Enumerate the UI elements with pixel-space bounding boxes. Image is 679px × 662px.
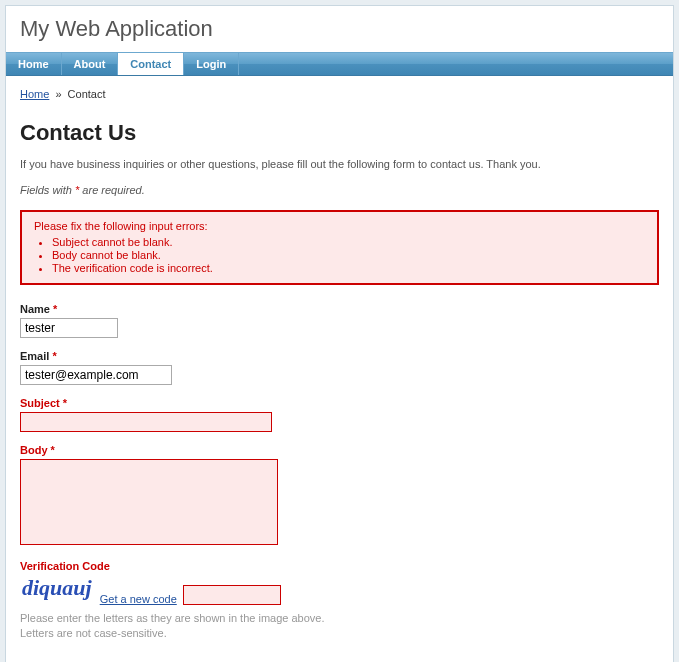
breadcrumb-current: Contact xyxy=(68,88,106,100)
nav-about[interactable]: About xyxy=(62,53,119,75)
required-star-icon: * xyxy=(63,397,67,409)
error-item: Subject cannot be blank. xyxy=(52,236,645,248)
captcha-hint: Please enter the letters as they are sho… xyxy=(20,611,659,642)
name-input[interactable] xyxy=(20,318,118,338)
body-textarea[interactable] xyxy=(20,459,278,545)
page-title: Contact Us xyxy=(20,120,659,146)
error-item: The verification code is incorrect. xyxy=(52,262,645,274)
app-window: My Web Application Home About Contact Lo… xyxy=(5,5,674,662)
field-body: Body * xyxy=(20,444,659,548)
required-fields-note: Fields with * are required. xyxy=(20,184,659,196)
intro-text: If you have business inquiries or other … xyxy=(20,158,659,170)
required-star-icon: * xyxy=(53,303,57,315)
email-label: Email * xyxy=(20,350,659,362)
nav-login[interactable]: Login xyxy=(184,53,239,75)
breadcrumb-sep: » xyxy=(52,88,64,100)
captcha-input[interactable] xyxy=(183,585,281,605)
main-nav: Home About Contact Login xyxy=(6,52,673,76)
body-label: Body * xyxy=(20,444,659,456)
subject-label: Subject * xyxy=(20,397,659,409)
required-star-icon: * xyxy=(52,350,56,362)
captcha-image: diquauj xyxy=(20,575,94,605)
field-verification: Verification Code diquauj Get a new code… xyxy=(20,560,659,642)
captcha-refresh-link[interactable]: Get a new code xyxy=(100,593,177,605)
email-input[interactable] xyxy=(20,365,172,385)
field-name: Name * xyxy=(20,303,659,338)
name-label: Name * xyxy=(20,303,659,315)
subject-input[interactable] xyxy=(20,412,272,432)
app-title: My Web Application xyxy=(6,6,673,52)
field-subject: Subject * xyxy=(20,397,659,432)
nav-contact[interactable]: Contact xyxy=(118,53,184,75)
required-star-icon: * xyxy=(51,444,55,456)
breadcrumb: Home » Contact xyxy=(20,84,659,110)
field-email: Email * xyxy=(20,350,659,385)
error-item: Body cannot be blank. xyxy=(52,249,645,261)
content-area: Home » Contact Contact Us If you have bu… xyxy=(6,76,673,662)
breadcrumb-home-link[interactable]: Home xyxy=(20,88,49,100)
error-summary: Please fix the following input errors: S… xyxy=(20,210,659,285)
verification-label: Verification Code xyxy=(20,560,659,572)
nav-home[interactable]: Home xyxy=(6,53,62,75)
error-summary-heading: Please fix the following input errors: xyxy=(34,220,645,232)
